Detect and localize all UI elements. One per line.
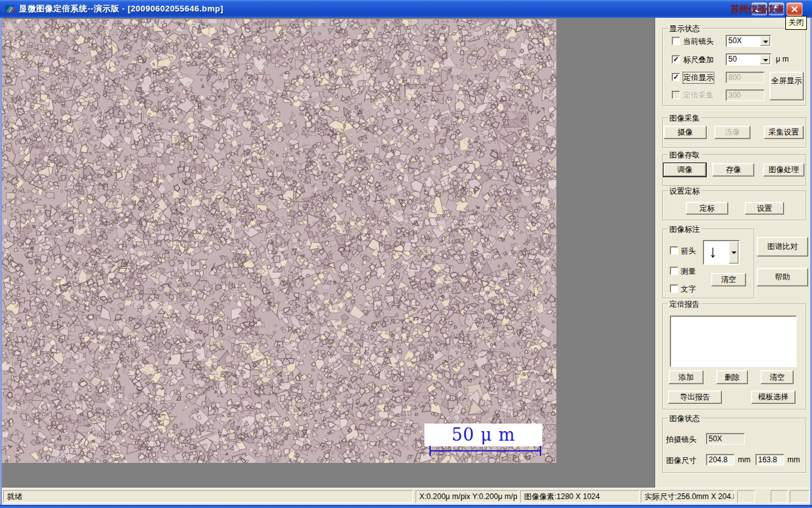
scalebar-label: 50 μ m [424, 424, 542, 446]
fullscreen-button[interactable]: 全屏显示 [769, 72, 804, 100]
template-select-button[interactable]: 模板选择 [751, 391, 796, 404]
combo-current-lens[interactable]: 50X [726, 35, 771, 47]
save-image-button[interactable]: 存像 [712, 163, 754, 177]
label-height-unit: mm [787, 455, 800, 464]
close-icon: ✕ [787, 3, 802, 15]
window-title: 显微图像定倍系统--演示版 - [20090602055646.bmp] [19, 0, 223, 18]
report-add-button[interactable]: 添加 [669, 370, 704, 384]
load-image-button[interactable]: 调像 [664, 163, 706, 177]
group-calibration: 设置定标 [662, 190, 806, 220]
label-fixed-capture: 定倍采集 [683, 90, 714, 101]
group-display-status-label: 显示状态 [667, 23, 702, 34]
freeze-button: 冻像 [714, 126, 750, 139]
arrow-style-dropdown[interactable] [729, 241, 738, 264]
report-clear-button[interactable]: 清空 [761, 370, 794, 384]
down-arrow-icon: ↓ [709, 242, 717, 262]
app-icon[interactable] [4, 3, 16, 15]
app-window: 显微图像定倍系统--演示版 - [20090602055646.bmp] 苏州仪… [0, 0, 812, 508]
restore-button[interactable] [769, 3, 784, 15]
titlebar: 显微图像定倍系统--演示版 - [20090602055646.bmp] 苏州仪… [0, 0, 812, 18]
label-text: 文字 [681, 284, 696, 295]
label-current-lens: 当前镜头 [683, 36, 714, 47]
checkbox-text[interactable] [670, 284, 678, 293]
window-border-bottom [0, 505, 812, 508]
chevron-down-icon [731, 251, 737, 254]
group-report-label: 定倍报告 [667, 299, 702, 310]
checkbox-measure[interactable] [670, 267, 678, 275]
field-image-height[interactable]: 163.8 [756, 454, 784, 465]
label-measure: 测量 [681, 266, 696, 277]
chevron-down-icon [763, 59, 768, 62]
status-ready: 就绪 [3, 490, 413, 503]
status-image-pixels: 图像像素:1280 X 1024 [520, 490, 639, 503]
report-listbox[interactable] [670, 316, 797, 367]
capture-settings-button[interactable]: 采集设置 [764, 126, 804, 139]
combo-ruler-size-value: 50 [728, 55, 737, 64]
label-width-unit: mm [738, 455, 750, 464]
micrograph-viewport[interactable]: 50 μ m [2, 19, 556, 463]
label-arrow: 箭头 [681, 246, 696, 257]
checkbox-fixed-display[interactable]: ✓ [672, 73, 680, 81]
status-empty-2 [771, 490, 788, 503]
statusbar: 就绪 X:0.200μ m/pix Y:0.200μ m/pix 图像像素:12… [2, 488, 810, 505]
label-fixed-display: 定倍显示 [683, 72, 714, 83]
calibrate-button[interactable]: 定标 [686, 202, 728, 215]
close-tooltip: 关闭 [785, 16, 807, 30]
status-empty-1 [737, 490, 755, 503]
restore-icon [773, 6, 778, 11]
status-empty-3 [790, 490, 809, 503]
combo-ruler-size-dropdown[interactable] [760, 55, 770, 64]
group-image-status-label: 图像状态 [667, 413, 702, 424]
checkbox-arrow[interactable] [670, 246, 678, 255]
arrow-style-combo[interactable]: ↓ [703, 240, 740, 265]
scalebar-tick-left [429, 446, 431, 456]
label-ruler-unit: μ m [776, 55, 789, 64]
checkbox-current-lens[interactable] [672, 37, 680, 45]
combo-current-lens-dropdown[interactable] [760, 36, 770, 46]
micrograph-image [2, 19, 556, 463]
field-fixed-capture-value: 300 [726, 90, 764, 101]
status-resolution: X:0.200μ m/pix Y:0.200μ m/pix [416, 490, 518, 503]
group-annotation-label: 图像标注 [667, 224, 702, 235]
field-image-width[interactable]: 204.8 [706, 454, 735, 465]
checkbox-fixed-capture [672, 91, 680, 99]
chevron-down-icon [763, 41, 768, 43]
scalebar-line [429, 450, 541, 451]
control-panel: 显示状态 当前镜头 50X ✓ 标尺叠加 50 μ m ✓ 定倍显示 800 定… [655, 18, 810, 488]
label-image-size: 图像尺寸 [666, 455, 697, 466]
combo-current-lens-value: 50X [728, 36, 742, 46]
field-shoot-lens[interactable]: 50X [706, 433, 745, 444]
annotation-clear-button[interactable]: 清空 [711, 273, 746, 286]
scalebar-tick-right [540, 446, 541, 456]
shoot-button[interactable]: 摄像 [664, 126, 707, 139]
field-fixed-display-value: 800 [726, 72, 764, 83]
checkbox-ruler-overlay[interactable]: ✓ [672, 55, 680, 64]
report-delete-button[interactable]: 删除 [716, 370, 748, 384]
help-button[interactable]: 帮助 [757, 268, 808, 286]
combo-ruler-size[interactable]: 50 [726, 53, 771, 65]
group-image-storage-label: 图像存取 [667, 150, 702, 161]
minimize-button[interactable] [752, 3, 767, 15]
calibration-settings-button[interactable]: 设置 [745, 202, 784, 215]
group-calibration-label: 设置定标 [667, 186, 702, 197]
export-report-button[interactable]: 导出报告 [668, 391, 722, 404]
minimize-icon [755, 10, 761, 12]
status-actual-size: 实际尺寸:256.0mm X 204.8mm [641, 490, 735, 503]
label-ruler-overlay: 标尺叠加 [683, 55, 714, 65]
image-process-button[interactable]: 图像处理 [763, 163, 804, 177]
close-button[interactable]: ✕ [787, 3, 802, 16]
atlas-compare-button[interactable]: 图谱比对 [757, 237, 808, 257]
label-shoot-lens: 拍摄镜头 [666, 434, 697, 445]
group-image-capture-label: 图像采集 [667, 113, 702, 124]
